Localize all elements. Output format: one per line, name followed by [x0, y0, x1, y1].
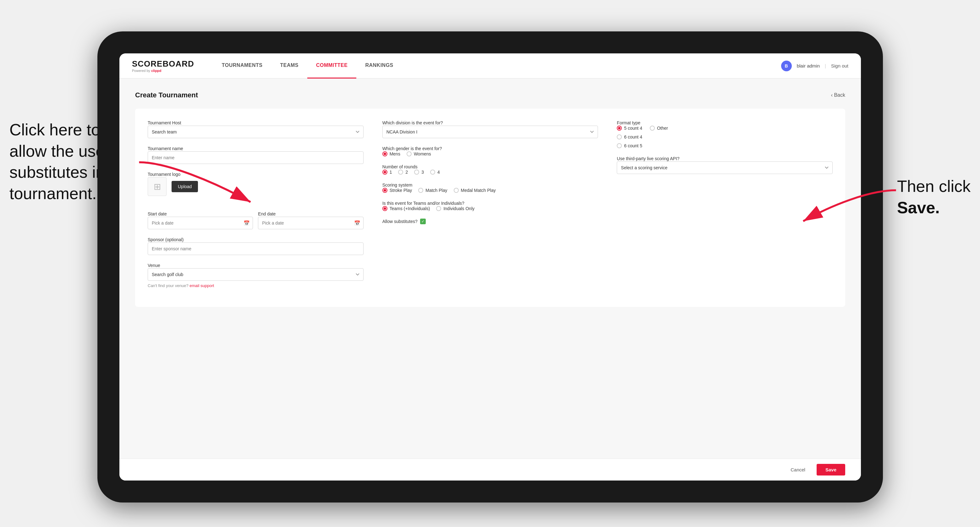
format-6count5[interactable]: 6 count 5	[617, 143, 642, 148]
tournament-host-group: Tournament Host Search team	[148, 120, 364, 138]
venue-group: Venue Search golf club Can't find your v…	[148, 263, 364, 288]
rounds-4[interactable]: 4	[430, 170, 440, 175]
rounds-group: Number of rounds 1 2	[382, 164, 598, 175]
teams-plus[interactable]: Teams (+Individuals)	[382, 206, 430, 211]
venue-help: Can't find your venue? email support	[148, 283, 364, 288]
calendar-icon-end[interactable]: 📅	[354, 220, 360, 226]
venue-select[interactable]: Search golf club	[148, 268, 364, 281]
email-support-link[interactable]: email support	[189, 283, 214, 288]
format-row-1: 5 count 4 Other	[617, 125, 833, 131]
scoring-api-select[interactable]: Select a scoring service	[617, 162, 833, 174]
nav-rankings[interactable]: RANKINGS	[356, 53, 402, 78]
scoring-group: Scoring system Stroke Play Match Play	[382, 182, 598, 193]
back-link[interactable]: ‹ Back	[831, 92, 845, 98]
teams-individuals[interactable]: Individuals Only	[436, 206, 474, 211]
division-group: Which division is the event for? NCAA Di…	[382, 120, 598, 138]
user-name: blair admin	[797, 63, 820, 68]
start-date-input[interactable]	[148, 217, 253, 229]
nav-links: TOURNAMENTS TEAMS COMMITTEE RANKINGS	[213, 53, 781, 78]
scoring-match-radio[interactable]	[418, 188, 423, 193]
sponsor-group: Sponsor (optional)	[148, 237, 364, 255]
end-date-input[interactable]	[258, 217, 363, 229]
substitutes-group: Allow substitutes?	[382, 219, 598, 224]
teams-radio-group: Teams (+Individuals) Individuals Only	[382, 206, 598, 211]
format-5count4-radio[interactable]	[617, 125, 622, 131]
nav-tournaments[interactable]: TOURNAMENTS	[213, 53, 272, 78]
cancel-button[interactable]: Cancel	[784, 464, 811, 476]
start-date-wrap: 📅	[148, 217, 253, 229]
scoring-label: Scoring system	[382, 183, 412, 187]
gender-womens[interactable]: Womens	[407, 151, 431, 156]
arrow-right	[799, 181, 900, 231]
format-type-label: Format type	[617, 120, 640, 125]
scoring-match[interactable]: Match Play	[418, 188, 447, 193]
annotation-right: Then click Save.	[897, 176, 970, 218]
format-row-2: 6 count 4	[617, 135, 833, 140]
tournament-name-label: Tournament name	[148, 146, 183, 151]
tournament-host-label: Tournament Host	[148, 120, 181, 125]
end-date-label: End date	[258, 211, 275, 216]
format-type-group: Format type 5 count 4 Other	[617, 120, 833, 148]
teams-label: Is this event for Teams and/or Individua…	[382, 201, 465, 206]
scoring-stroke-radio[interactable]	[382, 188, 387, 193]
format-6count4-radio[interactable]	[617, 135, 622, 140]
logo-scoreboard: SCOREBOARD	[132, 59, 194, 69]
end-date-wrap: 📅	[258, 217, 363, 229]
teams-individuals-radio[interactable]	[436, 206, 441, 211]
end-date-field: End date 📅	[258, 211, 363, 229]
nav-committee[interactable]: COMMITTEE	[307, 53, 356, 78]
page-title: Create Tournament	[135, 91, 198, 99]
rounds-label: Number of rounds	[382, 164, 418, 169]
calendar-icon-start[interactable]: 📅	[243, 220, 250, 226]
form-footer: Cancel Save	[119, 459, 861, 481]
rounds-3-radio[interactable]	[414, 170, 419, 175]
format-6count5-radio[interactable]	[617, 143, 622, 148]
format-row-3: 6 count 5	[617, 143, 833, 148]
gender-womens-radio[interactable]	[407, 151, 412, 156]
rounds-1-radio[interactable]	[382, 170, 387, 175]
format-6count4[interactable]: 6 count 4	[617, 135, 642, 140]
format-5count4[interactable]: 5 count 4	[617, 125, 642, 131]
scoring-medal-radio[interactable]	[454, 188, 459, 193]
gender-mens-radio[interactable]	[382, 151, 387, 156]
save-button[interactable]: Save	[817, 464, 845, 476]
rounds-4-radio[interactable]	[430, 170, 435, 175]
start-date-field: Start date 📅	[148, 211, 253, 229]
division-label: Which division is the event for?	[382, 120, 443, 125]
gender-label: Which gender is the event for?	[382, 146, 442, 151]
nav-right: B blair admin | Sign out	[781, 60, 848, 71]
substitutes-label: Allow substitutes?	[382, 219, 418, 224]
rounds-radio-group: 1 2 3	[382, 170, 598, 175]
gender-mens[interactable]: Mens	[382, 151, 400, 156]
division-select[interactable]: NCAA Division I	[382, 125, 598, 138]
scoring-medal[interactable]: Medal Match Play	[454, 188, 496, 193]
scoring-api-group: Use third-party live scoring API? Select…	[617, 156, 833, 174]
sign-out-link[interactable]: Sign out	[831, 63, 848, 68]
rounds-2-radio[interactable]	[398, 170, 403, 175]
format-other[interactable]: Other	[650, 125, 668, 131]
tablet-screen: SCOREBOARD Powered by clippd TOURNAMENTS…	[119, 53, 861, 481]
substitutes-item[interactable]: Allow substitutes?	[382, 219, 598, 224]
gender-group: Which gender is the event for? Mens Wome…	[382, 146, 598, 156]
teams-plus-radio[interactable]	[382, 206, 387, 211]
form-column-2: Which division is the event for? NCAA Di…	[382, 120, 598, 295]
tournament-host-select[interactable]: Search team	[148, 125, 364, 138]
format-other-radio[interactable]	[650, 125, 655, 131]
rounds-1[interactable]: 1	[382, 170, 392, 175]
substitutes-checkbox[interactable]	[420, 219, 426, 224]
rounds-3[interactable]: 3	[414, 170, 424, 175]
tablet-frame: SCOREBOARD Powered by clippd TOURNAMENTS…	[97, 32, 883, 503]
sponsor-input[interactable]	[148, 243, 364, 255]
scoring-stroke[interactable]: Stroke Play	[382, 188, 412, 193]
user-avatar: B	[781, 60, 792, 71]
teams-group: Is this event for Teams and/or Individua…	[382, 200, 598, 211]
rounds-2[interactable]: 2	[398, 170, 408, 175]
scoring-radio-group: Stroke Play Match Play Medal Match Play	[382, 188, 598, 193]
venue-label: Venue	[148, 263, 160, 268]
start-date-label: Start date	[148, 211, 167, 216]
format-type-options: 5 count 4 Other	[617, 125, 833, 148]
sponsor-label: Sponsor (optional)	[148, 237, 183, 242]
scoring-api-label: Use third-party live scoring API?	[617, 156, 679, 161]
nav-teams[interactable]: TEAMS	[271, 53, 307, 78]
date-row: Start date 📅 End date 📅	[148, 211, 364, 229]
